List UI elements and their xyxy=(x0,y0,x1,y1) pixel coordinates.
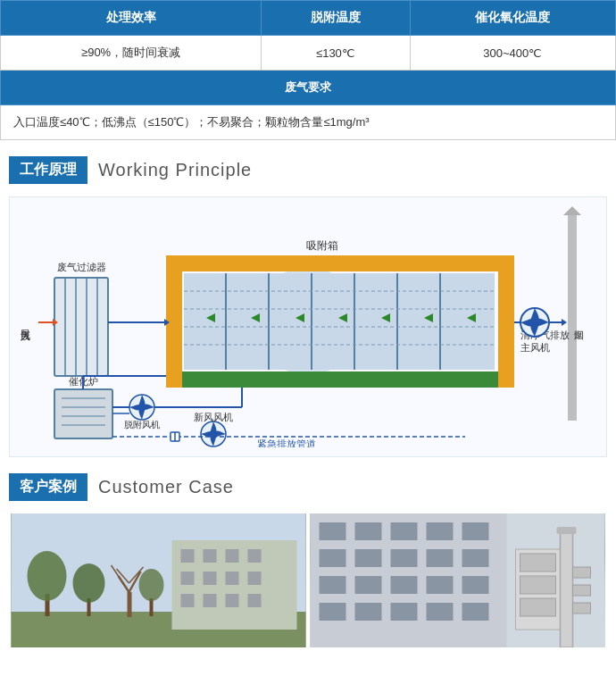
svg-rect-119 xyxy=(561,531,573,647)
diagram-svg: 烟囱 吸附箱 xyxy=(19,206,597,447)
svg-rect-99 xyxy=(462,522,489,540)
working-principle-tag: 工作原理 xyxy=(9,156,87,184)
svg-rect-118 xyxy=(520,598,556,616)
svg-rect-79 xyxy=(226,594,239,607)
svg-rect-78 xyxy=(204,594,217,607)
customer-case-section: 客户案例 Customer Case xyxy=(0,473,616,647)
svg-rect-103 xyxy=(427,549,454,567)
svg-point-92 xyxy=(139,569,164,601)
svg-rect-121 xyxy=(573,567,591,578)
svg-rect-107 xyxy=(391,576,418,594)
svg-rect-109 xyxy=(462,576,489,594)
svg-rect-77 xyxy=(181,594,195,607)
svg-rect-72 xyxy=(248,549,262,563)
customer-case-tag: 客户案例 xyxy=(9,473,87,501)
svg-text:吸附箱: 吸附箱 xyxy=(306,239,338,252)
cell-efficiency: ≥90%，随时间衰减 xyxy=(1,36,262,71)
svg-rect-80 xyxy=(248,594,262,607)
svg-rect-110 xyxy=(320,603,346,621)
diagram-container: Zhonghuan Environmental Research Institu… xyxy=(9,196,607,457)
customer-case-header: 客户案例 Customer Case xyxy=(9,473,607,501)
svg-rect-75 xyxy=(226,572,239,585)
svg-text:废气过滤器: 废气过滤器 xyxy=(57,262,106,272)
svg-rect-7 xyxy=(166,255,514,271)
svg-rect-69 xyxy=(181,549,195,563)
svg-rect-30 xyxy=(54,278,108,376)
svg-text:紧急排放管道: 紧急排放管道 xyxy=(257,438,316,447)
waste-req-header: 废气要求 xyxy=(1,71,616,105)
svg-rect-111 xyxy=(355,603,382,621)
col-header-catalytic: 催化氧化温度 xyxy=(410,1,615,36)
svg-marker-4 xyxy=(568,215,577,421)
svg-text:废气入口: 废气入口 xyxy=(21,330,31,341)
svg-rect-73 xyxy=(181,572,195,585)
svg-rect-11 xyxy=(184,273,495,370)
waste-req-content: 入口温度≤40℃；低沸点（≤150℃）；不易聚合；颗粒物含量≤1mg/m³ xyxy=(1,105,616,140)
specs-table: 处理效率 脱附温度 催化氧化温度 ≥90%，随时间衰减 ≤130℃ 300~40… xyxy=(0,0,616,140)
svg-rect-114 xyxy=(462,603,489,621)
svg-rect-123 xyxy=(573,603,591,613)
svg-rect-105 xyxy=(320,576,346,594)
svg-rect-104 xyxy=(462,549,489,567)
svg-rect-9 xyxy=(166,255,182,388)
svg-rect-122 xyxy=(573,585,591,596)
svg-rect-120 xyxy=(557,527,577,534)
col-header-desorption: 脱附温度 xyxy=(262,1,410,36)
svg-rect-8 xyxy=(166,371,514,388)
svg-rect-106 xyxy=(355,576,382,594)
working-principle-title: Working Principle xyxy=(98,160,252,180)
svg-text:脱附风机: 脱附风机 xyxy=(124,420,160,430)
case-image-right xyxy=(310,513,605,647)
svg-rect-113 xyxy=(427,603,454,621)
svg-rect-112 xyxy=(391,603,418,621)
svg-rect-117 xyxy=(520,576,556,594)
svg-text:主风机: 主风机 xyxy=(520,342,550,353)
svg-rect-76 xyxy=(248,572,262,585)
cell-catalytic-temp: 300~400℃ xyxy=(410,36,615,71)
working-principle-header: 工作原理 Working Principle xyxy=(9,156,607,184)
svg-marker-42 xyxy=(562,319,567,326)
svg-marker-5 xyxy=(563,206,581,215)
svg-rect-116 xyxy=(520,554,556,572)
col-header-efficiency: 处理效率 xyxy=(1,1,262,36)
svg-rect-96 xyxy=(355,522,382,540)
cell-desorption-temp: ≤130℃ xyxy=(262,36,410,71)
svg-rect-101 xyxy=(355,549,382,567)
case-images xyxy=(9,513,607,647)
svg-rect-100 xyxy=(320,549,346,567)
svg-rect-102 xyxy=(391,549,418,567)
svg-rect-95 xyxy=(320,522,346,540)
svg-rect-98 xyxy=(427,522,454,540)
case-image-left xyxy=(11,513,306,647)
svg-point-82 xyxy=(28,551,67,601)
svg-rect-108 xyxy=(427,576,454,594)
customer-case-title: Customer Case xyxy=(98,477,234,497)
svg-rect-70 xyxy=(204,549,217,563)
svg-rect-74 xyxy=(204,572,217,585)
svg-point-84 xyxy=(73,563,105,603)
svg-rect-10 xyxy=(498,255,514,388)
svg-text:新风风机: 新风风机 xyxy=(194,412,233,422)
svg-rect-71 xyxy=(226,549,239,563)
table-section: 处理效率 脱附温度 催化氧化温度 ≥90%，随时间衰减 ≤130℃ 300~40… xyxy=(0,0,616,140)
svg-rect-46 xyxy=(54,389,112,438)
svg-rect-97 xyxy=(391,522,418,540)
svg-rect-85 xyxy=(128,592,132,617)
